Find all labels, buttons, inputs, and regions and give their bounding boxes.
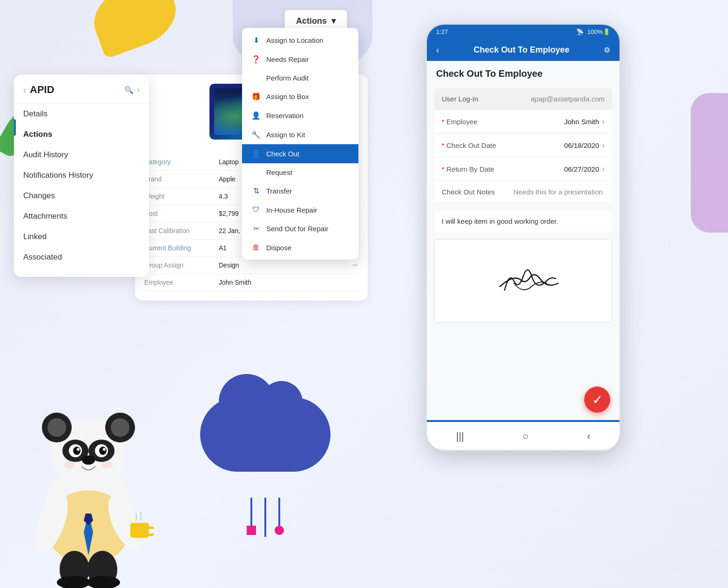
cloud-body	[200, 397, 330, 472]
phone-fab-confirm[interactable]: ✓	[584, 387, 610, 413]
dropdown-item-check-out[interactable]: 👤 Check Out	[242, 144, 358, 163]
svg-point-14	[99, 447, 107, 455]
dropdown-item-send-out-repair[interactable]: ✂ Send Out for Repair	[242, 219, 358, 238]
inhouse-repair-icon: 🛡	[251, 206, 261, 214]
phone-battery: 100%🔋	[587, 28, 610, 35]
phone-menu-icon[interactable]: |||	[456, 430, 464, 442]
svg-point-13	[73, 447, 81, 455]
dropdown-item-label: Perform Audit	[266, 74, 309, 82]
phone-back-nav-icon[interactable]: ‹	[587, 430, 590, 442]
return-date-label: Return By Date	[442, 165, 494, 173]
dropdown-item-label: Needs Repair	[266, 55, 309, 63]
signature-svg	[477, 253, 570, 309]
employee-value: John Smith	[219, 279, 358, 286]
sidebar-item-audit-history[interactable]: Audit History	[14, 145, 149, 165]
phone-bottom-navigation: ||| ○ ‹	[427, 422, 620, 450]
dropdown-item-label: Assign to Box	[266, 93, 309, 100]
dropdown-item-needs-repair[interactable]: ❓ Needs Repair	[242, 50, 358, 69]
dropdown-item-label: Request	[266, 168, 292, 176]
cloud-dot-3	[275, 526, 284, 535]
return-date-value: 06/27/2020 ›	[564, 164, 605, 174]
phone-settings-icon[interactable]: ⚙	[604, 46, 610, 54]
cloud-dot-1	[247, 526, 256, 535]
phone-field-checkout-date[interactable]: Check Out Date 06/18/2020 ›	[434, 134, 612, 157]
dropdown-item-assign-box[interactable]: 🎁 Assign to Box	[242, 87, 358, 106]
checkout-notes-value: Needs this for a presentation.	[513, 188, 605, 196]
dropdown-item-request[interactable]: Request	[242, 163, 358, 181]
edit-icon[interactable]: ✏	[353, 261, 358, 269]
sidebar-item-attachments[interactable]: Attachments	[14, 206, 149, 227]
forward-icon[interactable]: ›	[137, 86, 140, 94]
dropdown-item-label: Assign to Kit	[266, 131, 305, 139]
assign-box-icon: 🎁	[251, 92, 261, 101]
dropdown-item-label: Send Out for Repair	[266, 225, 328, 233]
sidebar-item-details[interactable]: Details	[14, 104, 149, 124]
cloud-cable-2	[264, 498, 266, 537]
sidebar-title: APID	[30, 84, 121, 96]
panda-svg	[23, 355, 154, 588]
dropdown-item-assign-location[interactable]: ⬇ Assign to Location	[242, 31, 358, 50]
cloud-illustration	[200, 397, 330, 472]
search-icon[interactable]: 🔍	[124, 86, 134, 94]
dropdown-item-perform-audit[interactable]: Perform Audit	[242, 69, 358, 87]
chevron-down-icon: ▾	[331, 16, 336, 26]
cloud-line-1	[250, 498, 252, 526]
phone-field-checkout-notes: Check Out Notes Needs this for a present…	[434, 181, 612, 203]
svg-point-19	[101, 461, 113, 468]
cloud-line-3	[278, 498, 280, 526]
phone-agreement-text: I will keep item in good working order.	[434, 211, 612, 232]
sidebar-item-actions[interactable]: Actions	[14, 124, 149, 145]
svg-point-16	[103, 448, 106, 451]
phone-mockup: 1:27 📡 100%🔋 ‹ Check Out To Employee ⚙ C…	[425, 23, 621, 451]
sidebar-item-linked[interactable]: Linked	[14, 227, 149, 247]
transfer-icon: ⇅	[251, 187, 261, 195]
user-login-label: User Log-In	[442, 95, 478, 103]
cloud-body-container	[200, 397, 330, 472]
purple-right-decoration	[691, 93, 728, 233]
send-out-repair-icon: ✂	[251, 224, 261, 233]
phone-field-employee[interactable]: Employee John Smith ›	[434, 110, 612, 134]
sidebar-item-associated[interactable]: Associated	[14, 247, 149, 267]
dropdown-item-label: Check Out	[266, 150, 299, 158]
phone-field-user-login: User Log-In apap@assetpanda.com	[434, 88, 612, 110]
checkout-date-label: Check Out Date	[442, 141, 496, 149]
current-building-label: Current Building	[144, 244, 219, 252]
dropdown-item-assign-kit[interactable]: 🔧 Assign to Kit	[242, 125, 358, 144]
actions-dropdown-menu: ⬇ Assign to Location ❓ Needs Repair Perf…	[242, 28, 358, 260]
dropdown-item-transfer[interactable]: ⇅ Transfer	[242, 181, 358, 200]
cloud-cable-3	[275, 498, 284, 535]
actions-label: Actions	[296, 16, 327, 26]
back-icon[interactable]: ‹	[23, 85, 26, 95]
phone-home-icon[interactable]: ○	[522, 430, 528, 442]
signature-area[interactable]	[434, 239, 612, 323]
phone-header-title: Check Out To Employee	[473, 45, 569, 55]
dropdown-item-dispose[interactable]: 🗑 Dispose	[242, 238, 358, 257]
dropdown-item-label: Reservation	[266, 112, 303, 120]
svg-point-17	[82, 455, 95, 465]
phone-signal-icon: 📡	[576, 28, 584, 35]
group-assign-label: Group Assign	[144, 261, 219, 269]
cloud-line-2	[264, 498, 266, 535]
user-login-value: apap@assetpanda.com	[531, 95, 605, 103]
phone-back-icon[interactable]: ‹	[436, 45, 439, 55]
sidebar-item-notifications-history[interactable]: Notifications History	[14, 165, 149, 186]
phone-page-title: Check Out To Employee	[434, 68, 612, 79]
reservation-icon: 👤	[251, 111, 261, 120]
dropdown-item-inhouse-repair[interactable]: 🛡 In-House Repair	[242, 200, 358, 219]
svg-rect-22	[130, 523, 149, 538]
cost-label: Cost	[144, 210, 219, 217]
svg-point-6	[47, 418, 66, 437]
employee-label: Employee	[144, 279, 219, 286]
dropdown-item-label: Assign to Location	[266, 36, 324, 44]
panda-mascot	[23, 355, 154, 588]
needs-repair-icon: ❓	[251, 55, 261, 64]
assign-location-icon: ⬇	[251, 36, 261, 45]
sidebar-header: ‹ APID 🔍 ›	[14, 84, 149, 104]
cloud-connector	[264, 535, 266, 537]
dispose-icon: 🗑	[251, 243, 261, 252]
group-assign-value: Design	[219, 261, 353, 269]
sidebar-item-changes[interactable]: Changes	[14, 186, 149, 206]
phone-header: ‹ Check Out To Employee ⚙	[427, 39, 620, 61]
dropdown-item-reservation[interactable]: 👤 Reservation	[242, 106, 358, 125]
phone-field-return-date[interactable]: Return By Date 06/27/2020 ›	[434, 158, 612, 181]
